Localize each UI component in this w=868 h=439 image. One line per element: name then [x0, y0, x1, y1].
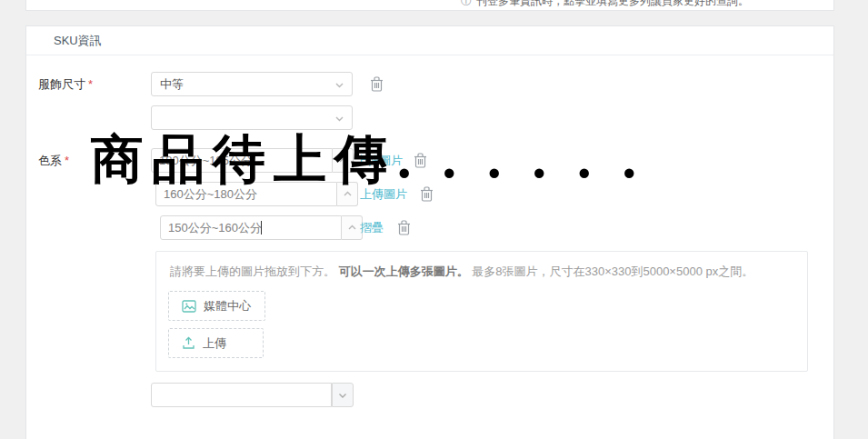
upload-icon	[182, 336, 195, 350]
collapse-link[interactable]: 摺疊	[360, 220, 384, 236]
required-asterisk: *	[88, 77, 93, 91]
size-delete-trash-icon[interactable]	[370, 76, 384, 92]
size-label: 服飾尺寸*	[38, 72, 93, 96]
upload-button[interactable]: 上傳	[168, 328, 264, 358]
upload-label: 上傳	[203, 335, 226, 352]
top-banner: ⓘ 刊登多筆資訊時，點擊並填寫更多列讓買家更好的查詢。	[25, 0, 834, 11]
upload-image-link[interactable]: 上傳圖片	[355, 153, 403, 169]
chevron-down-icon	[334, 80, 344, 90]
size-select-value: 中等	[160, 76, 184, 93]
upload-hint-bold: 可以一次上傳多張圖片。	[339, 264, 469, 278]
upload-hint: 請將要上傳的圖片拖放到下方。 可以一次上傳多張圖片。 最多8張圖片，尺寸在330…	[170, 264, 753, 280]
required-asterisk: *	[65, 154, 69, 167]
upload-image-link[interactable]: 上傳圖片	[360, 186, 407, 203]
size-select[interactable]: 中等	[151, 72, 353, 96]
picture-icon	[182, 300, 196, 313]
color-row-trash-icon[interactable]	[414, 153, 427, 168]
color-label: 色系*	[38, 148, 69, 173]
color-row-trash-icon[interactable]	[420, 186, 434, 202]
color-row-input[interactable]	[160, 215, 342, 240]
chevron-down-icon	[334, 114, 344, 124]
banner-text: ⓘ 刊登多筆資訊時，點擊並填寫更多列讓買家更好的查詢。	[461, 0, 749, 9]
media-center-label: 媒體中心	[204, 298, 251, 314]
image-upload-dropzone[interactable]: 請將要上傳的圖片拖放到下方。 可以一次上傳多張圖片。 最多8張圖片，尺寸在330…	[155, 251, 808, 372]
card-title: SKU資訊	[26, 26, 833, 55]
bottom-select-input[interactable]	[151, 383, 332, 407]
media-center-button[interactable]: 媒體中心	[168, 291, 265, 321]
size-select-empty[interactable]	[151, 105, 353, 130]
banner-message: 刊登多筆資訊時，點擊並填寫更多列讓買家更好的查詢。	[476, 0, 749, 9]
bottom-select-chevron-down-icon[interactable]	[332, 383, 354, 407]
color-row-input[interactable]	[151, 148, 333, 173]
sku-card: SKU資訊 服飾尺寸* 中等 色系* 上傳圖片 上傳圖片	[25, 25, 834, 439]
collapse-row-button[interactable]	[337, 182, 358, 206]
color-row-trash-icon[interactable]	[397, 220, 411, 235]
color-row-input[interactable]	[155, 182, 337, 206]
collapse-row-button[interactable]	[333, 148, 354, 173]
info-icon: ⓘ	[461, 0, 472, 9]
text-caret	[261, 221, 262, 234]
